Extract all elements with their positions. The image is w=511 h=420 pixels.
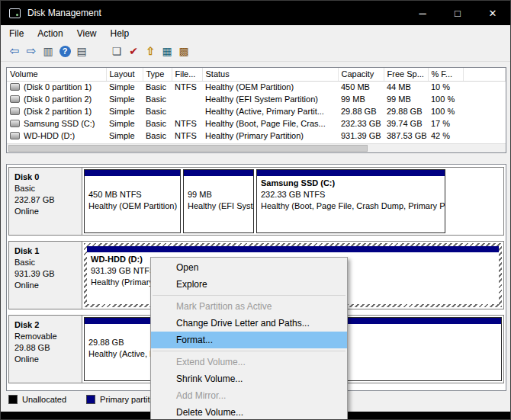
drive-icon [10, 132, 20, 139]
drive-icon [10, 95, 20, 103]
menu-item-delete-volume[interactable]: Delete Volume... [151, 404, 347, 420]
menu-item-format[interactable]: Format... [151, 332, 347, 348]
action-pane-icon[interactable]: ▤ [73, 43, 90, 59]
help-icon[interactable]: ? [59, 46, 71, 57]
cell-free: 44 MB [384, 81, 428, 93]
volume-row[interactable]: WD-HDD (D:) Simple Basic NTFS Healthy (P… [7, 130, 506, 142]
col-volume[interactable]: Volume [7, 68, 106, 81]
col-type[interactable]: Type [143, 68, 172, 81]
col-pct[interactable]: % F... [428, 68, 463, 81]
col-status[interactable]: Status [202, 68, 338, 81]
scrollbar-thumb[interactable] [8, 145, 368, 152]
cell-status: Healthy (EFI System Partition) [202, 93, 338, 105]
col-layout[interactable]: Layout [106, 68, 143, 81]
partition-name: Samsung SSD (C:) [261, 178, 441, 189]
partition-color-strip [184, 170, 253, 176]
disk-type: Basic [14, 183, 76, 194]
disk-name: Disk 1 [14, 245, 76, 257]
window-controls: ─ □ ✕ [405, 1, 510, 25]
menu-item-add-mirror: Add Mirror... [151, 387, 347, 404]
cell-pct: 42 % [428, 130, 463, 142]
back-icon[interactable]: ⇦ [6, 43, 23, 59]
menu-item-open[interactable]: Open [151, 259, 347, 276]
cell-capacity: 931.39 GB [338, 130, 384, 142]
cell-free: 29.88 GB [384, 105, 428, 117]
titlebar: Disk Management ─ □ ✕ [1, 1, 510, 25]
window-title: Disk Management [27, 8, 101, 18]
legend-unallocated: Unallocated [8, 395, 66, 404]
disk2-label[interactable]: Disk 2 Removable 29.88 GB Online [9, 316, 82, 383]
cell-capacity: 29.88 GB [338, 105, 384, 117]
volume-row[interactable]: (Disk 2 partition 1) Simple Basic Health… [7, 105, 506, 117]
forward-icon[interactable]: ⇨ [23, 43, 40, 59]
cell-volume: (Disk 2 partition 1) [24, 107, 92, 116]
menu-action[interactable]: Action [31, 27, 69, 40]
col-capacity[interactable]: Capacity [338, 68, 384, 81]
drive-icon [10, 120, 20, 127]
disk-size: 232.87 GB [14, 194, 76, 206]
volume-row[interactable]: Samsung SSD (C:) Simple Basic NTFS Healt… [7, 117, 506, 130]
menu-item-shrink-volume[interactable]: Shrink Volume... [151, 370, 347, 387]
cell-status: Healthy (Boot, Page File, Cras... [202, 117, 338, 130]
cell-volume: (Disk 0 partition 2) [24, 95, 92, 104]
cell-type: Basic [143, 93, 172, 105]
cell-volume: (Disk 0 partition 1) [24, 82, 92, 91]
partition-status: Healthy (OEM Partition) [88, 200, 176, 212]
maximize-button[interactable]: □ [440, 1, 475, 25]
legend-label: Unallocated [22, 395, 66, 404]
app-icon[interactable] [9, 8, 21, 18]
menu-help[interactable]: Help [104, 27, 137, 40]
horizontal-scrollbar[interactable] [7, 143, 506, 152]
disk0-label[interactable]: Disk 0 Basic 232.87 GB Online [9, 168, 82, 235]
partition-status: Healthy (Boot, Page File, Crash Dump, Pr… [261, 200, 441, 212]
partition-size: 450 MB NTFS [88, 189, 176, 200]
partition-size: 99 MB [188, 189, 249, 200]
menu-item-explore[interactable]: Explore [151, 276, 347, 293]
cell-volume: WD-HDD (D:) [24, 131, 75, 140]
cell-type: Basic [143, 130, 172, 142]
disk-name: Disk 0 [14, 172, 76, 183]
partition-samsung-ssd-c[interactable]: Samsung SSD (C:) 232.33 GB NTFS Healthy … [256, 169, 445, 233]
disk-status: Online [14, 206, 76, 217]
graph-view-icon[interactable]: ▩ [175, 43, 192, 59]
disk0-partitions: 450 MB NTFS Healthy (OEM Partition) 99 M… [82, 168, 503, 235]
menu-item-change-drive-letter[interactable]: Change Drive Letter and Paths... [151, 315, 347, 332]
cell-layout: Simple [106, 130, 143, 142]
partition-color-strip [257, 170, 445, 176]
volume-row[interactable]: (Disk 0 partition 1) Simple Basic NTFS H… [7, 81, 506, 93]
cell-pct: 100 % [428, 105, 463, 117]
partition-status: Healthy (EFI System Partition) [188, 200, 249, 212]
toolbar: ⇦ ⇨ ▥ ? ▤ ❏ ✔ ⇧ ▦ ▩ [1, 41, 510, 62]
cell-layout: Simple [106, 93, 143, 105]
partition-color-strip [85, 170, 180, 176]
disk-type: Removable [14, 331, 76, 342]
check-icon[interactable]: ✔ [125, 43, 142, 59]
cell-type: Basic [143, 81, 172, 93]
cell-file [172, 105, 202, 117]
partition-efi[interactable]: 99 MB Healthy (EFI System Partition) [183, 169, 254, 233]
export-icon[interactable]: ⇧ [142, 43, 159, 59]
close-button[interactable]: ✕ [475, 1, 510, 25]
drive-icon [10, 107, 20, 115]
disk-row-0: Disk 0 Basic 232.87 GB Online 450 MB NTF… [8, 167, 504, 236]
cell-layout: Simple [106, 105, 143, 117]
cell-capacity: 99 MB [338, 93, 384, 105]
cell-status: Healthy (Active, Primary Partit... [202, 105, 338, 117]
minimize-button[interactable]: ─ [405, 1, 440, 25]
table-header-row: Volume Layout Type File... Status Capaci… [7, 68, 506, 81]
disk-view-icon[interactable]: ▦ [159, 43, 175, 59]
col-file[interactable]: File... [172, 68, 202, 81]
col-free[interactable]: Free Sp... [384, 68, 428, 81]
volume-row[interactable]: (Disk 0 partition 2) Simple Basic Health… [7, 93, 506, 105]
menu-view[interactable]: View [70, 27, 104, 40]
partition-oem[interactable]: 450 MB NTFS Healthy (OEM Partition) [84, 169, 181, 233]
menu-separator [153, 295, 345, 296]
cell-free: 99 MB [384, 93, 428, 105]
dialog-icon[interactable]: ❏ [108, 43, 125, 59]
disk1-label[interactable]: Disk 1 Basic 931.39 GB Online [9, 242, 82, 309]
cell-file: NTFS [172, 130, 202, 142]
partition-color-strip [87, 246, 499, 252]
menubar: File Action View Help [1, 25, 510, 41]
console-tree-icon[interactable]: ▥ [40, 43, 56, 59]
menu-file[interactable]: File [2, 27, 31, 40]
